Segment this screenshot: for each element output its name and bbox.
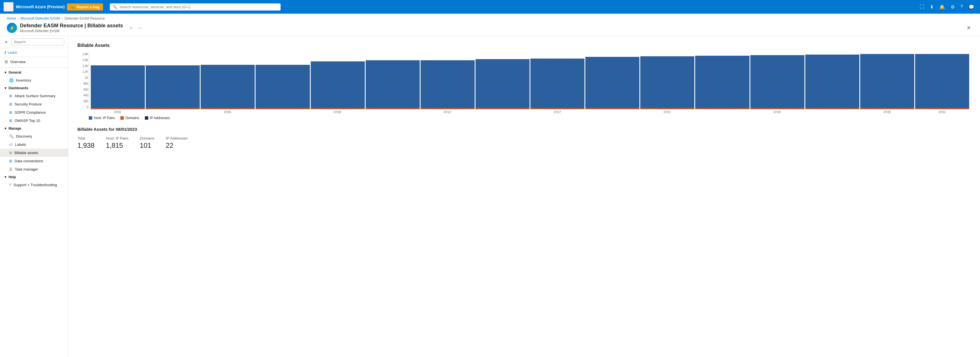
sidebar-close-icon[interactable]: ✕ — [3, 39, 9, 46]
attack-surface-label: Attack Surface Summary — [14, 94, 56, 98]
report-bug-button[interactable]: 🐛 Report a bug — [67, 3, 103, 11]
x-axis-label: 07/21 — [640, 111, 694, 114]
chart-bar[interactable] — [860, 54, 914, 109]
sidebar-search-input[interactable] — [11, 38, 64, 46]
bar-segment-domains — [585, 108, 640, 109]
breadcrumb-defender-easm[interactable]: Microsoft Defender EASM — [21, 16, 60, 21]
bar-segment-host-ip — [860, 54, 914, 108]
sidebar-item-owasp[interactable]: ⊞ OWASP Top 10 — [0, 117, 68, 125]
help-icon[interactable]: ? — [958, 3, 965, 11]
fullscreen-icon[interactable]: ⛶ — [917, 3, 926, 11]
x-axis-label: 07/31 — [915, 111, 969, 114]
sidebar-item-labels[interactable]: 🏷 Labels — [0, 140, 68, 149]
x-axis-label: 07/25 — [750, 111, 804, 114]
bar-segment-domains — [91, 108, 145, 109]
sidebar-item-data-connections[interactable]: ⊞ Data connections — [0, 157, 68, 165]
favorite-icon[interactable]: ☆ — [128, 25, 134, 31]
chart-bar[interactable] — [915, 54, 969, 109]
x-axis-label: 07/09 — [310, 111, 364, 114]
sidebar-item-gdpr[interactable]: ⊞ GDPR Compliance — [0, 108, 68, 117]
resource-title-actions: ☆ ⋯ — [128, 25, 143, 31]
more-options-icon[interactable]: ⋯ — [137, 25, 143, 31]
chart-x-axis: 07/0107/0507/0907/1307/1707/2107/2507/29… — [89, 111, 971, 114]
gdpr-label: GDPR Compliance — [14, 110, 46, 114]
legend-dot-blue — [89, 116, 92, 120]
metric-domains: Domains 101 — [140, 136, 154, 149]
sidebar-section-dashboards[interactable]: ▾ Dashboards — [0, 84, 68, 92]
sidebar-section-help[interactable]: ▾ Help — [0, 173, 68, 181]
sidebar-section-general[interactable]: ▾ General — [0, 69, 68, 76]
chart-bar[interactable] — [91, 65, 145, 109]
sidebar-item-security-posture[interactable]: ⊞ Security Posture — [0, 100, 68, 108]
manage-section-label: Manage — [8, 127, 21, 130]
legend-domains: Domains — [120, 116, 139, 120]
bar-segment-domains — [695, 108, 749, 109]
global-search-input[interactable] — [119, 5, 278, 9]
sidebar-item-task-manager[interactable]: ☰ Task manager — [0, 165, 68, 173]
sidebar-item-overview[interactable]: ⊞ Overview — [0, 57, 68, 66]
help-chevron-icon: ▾ — [5, 175, 6, 179]
chart-bars — [89, 52, 971, 109]
billable-assets-label: Billable assets — [14, 151, 38, 155]
sidebar-item-inventory[interactable]: 🌐 Inventory — [0, 76, 68, 84]
chart-bar[interactable] — [256, 65, 310, 109]
security-posture-icon: ⊞ — [9, 102, 12, 106]
sidebar-section-manage[interactable]: ▾ Manage — [0, 125, 68, 132]
metric-ip-label: IP Addresses — [166, 136, 188, 140]
chart-bar[interactable] — [750, 55, 805, 109]
bell-icon[interactable]: 🔔 — [937, 3, 947, 11]
sidebar-learn-link[interactable]: ℹ Learn — [0, 48, 68, 57]
top-nav-icons: ⛶ ⬇ 🔔 ⚙ ? 💬 — [917, 3, 977, 11]
bar-segment-domains — [146, 108, 200, 109]
chart-bar[interactable] — [530, 59, 584, 109]
security-posture-label: Security Posture — [14, 102, 41, 106]
chart-bar[interactable] — [585, 57, 640, 109]
bar-segment-host-ip — [146, 65, 200, 108]
breadcrumb: Home › Microsoft Defender EASM › Defende… — [7, 16, 973, 21]
chart-bar[interactable] — [476, 59, 530, 109]
bar-segment-host-ip — [366, 60, 420, 108]
inventory-label: Inventory — [16, 78, 31, 83]
support-label: Support + Troubleshooting — [13, 183, 57, 187]
chart-bar[interactable] — [805, 55, 859, 109]
report-bug-label: Report a bug — [76, 5, 99, 9]
bar-segment-host-ip — [695, 56, 749, 108]
close-button[interactable]: ✕ — [964, 24, 973, 32]
sidebar-search-row: ✕ « — [0, 36, 68, 48]
x-axis-label — [695, 111, 749, 114]
bar-segment-host-ip — [476, 59, 530, 108]
attack-surface-icon: ⊞ — [9, 94, 12, 98]
legend-dot-dark — [145, 116, 148, 120]
hamburger-menu[interactable]: ☰ — [3, 2, 14, 12]
y-label-600: 600 — [83, 88, 88, 91]
learn-icon: ℹ — [5, 50, 6, 55]
download-icon[interactable]: ⬇ — [928, 3, 936, 11]
main-content: Billable Assets 1.8K 1.6K 1.4K 1.2K 1K 8… — [68, 36, 980, 357]
dashboards-chevron-icon: ▾ — [5, 86, 6, 90]
sidebar-item-support[interactable]: ? Support + Troubleshooting — [0, 181, 68, 189]
y-label-1k: 1K — [85, 76, 88, 79]
manage-chevron-icon: ▾ — [5, 127, 6, 130]
chart-bar[interactable] — [420, 60, 475, 109]
chart-bar[interactable] — [311, 61, 365, 109]
chart-bar[interactable] — [146, 65, 200, 109]
y-label-1.4k: 1.4K — [82, 65, 88, 68]
y-label-1.2k: 1.2K — [82, 70, 88, 73]
bar-segment-host-ip — [585, 57, 640, 108]
resource-title-text: Defender EASM Resource | Billable assets… — [20, 23, 123, 33]
feedback-icon[interactable]: 💬 — [966, 3, 977, 11]
chart-bar[interactable] — [640, 56, 694, 109]
chart-bar[interactable] — [366, 60, 420, 109]
sidebar-item-attack-surface[interactable]: ⊞ Attack Surface Summary — [0, 92, 68, 100]
breadcrumb-home[interactable]: Home — [7, 16, 16, 21]
chart-bar[interactable] — [200, 65, 255, 109]
y-label-1.6k: 1.6K — [82, 59, 88, 62]
sidebar-item-discovery[interactable]: 🔍 Discovery — [0, 132, 68, 140]
general-section-label: General — [8, 70, 21, 75]
chart-bar[interactable] — [695, 56, 749, 109]
bar-segment-host-ip — [91, 65, 145, 108]
overview-icon: ⊞ — [5, 59, 8, 64]
sidebar-item-billable-assets[interactable]: ⊙ Billable assets — [0, 149, 68, 157]
bar-segment-domains — [750, 108, 805, 109]
settings-icon[interactable]: ⚙ — [948, 3, 957, 11]
